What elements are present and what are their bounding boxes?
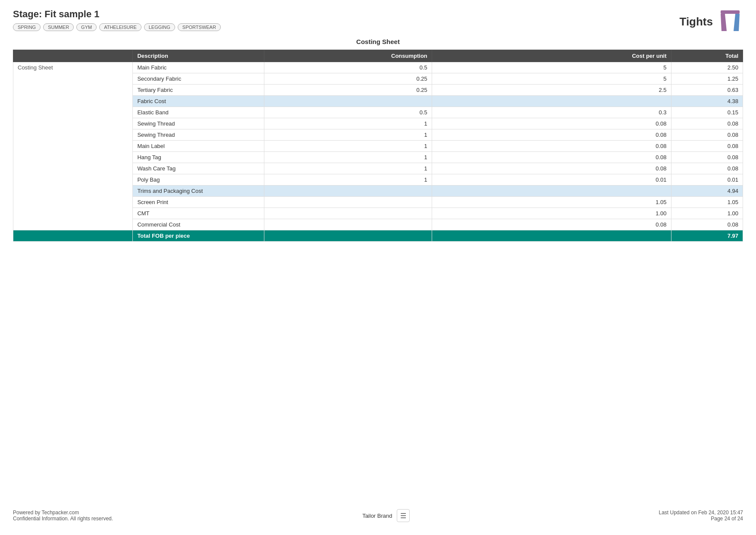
tag-item: SUMMER [43,23,74,31]
cost-per-unit-cell: 0.08 [432,118,671,129]
description-cell: Screen Print [133,197,264,208]
table-row: Total FOB per piece7.97 [13,230,743,242]
product-title: Tights [679,15,713,28]
tags-container: SPRINGSUMMERGYMATHELEISURELEGGINGSPORTSW… [13,23,221,31]
total-cell: 1.05 [671,197,743,208]
total-cell: 0.01 [671,174,743,186]
total-cell: 4.38 [671,96,743,107]
cost-per-unit-cell: 0.08 [432,152,671,163]
footer-right: Last Updated on Feb 24, 2020 15:47 Page … [659,510,743,522]
cost-per-unit-cell: 1.00 [432,208,671,219]
description-cell: Main Fabric [133,62,264,73]
total-cell: 0.08 [671,118,743,129]
footer-center: Tailor Brand ☰ [362,509,409,522]
col-consumption: Consumption [264,50,432,62]
costing-sheet-label: Costing Sheet [13,62,133,230]
consumption-cell [264,197,432,208]
consumption-cell: 0.25 [264,85,432,96]
cost-per-unit-cell: 0.01 [432,174,671,186]
consumption-cell: 1 [264,163,432,174]
cost-per-unit-cell: 0.08 [432,163,671,174]
consumption-cell: 1 [264,118,432,129]
description-cell: Trims and Packaging Cost [133,186,264,197]
consumption-cell: 1 [264,141,432,152]
total-cell: 1.00 [671,208,743,219]
cost-per-unit-cell [432,186,671,197]
description-cell: Elastic Band [133,107,264,118]
cost-per-unit-cell: 0.08 [432,129,671,141]
description-cell: Wash Care Tag [133,163,264,174]
page-header: Stage: Fit sample 1 SPRINGSUMMERGYMATHEL… [13,9,743,35]
total-cell: 2.50 [671,62,743,73]
description-cell: Poly Bag [133,174,264,186]
cost-per-unit-cell: 0.08 [432,141,671,152]
total-cell: 0.08 [671,141,743,152]
col-total: Total [671,50,743,62]
consumption-cell [264,219,432,230]
consumption-cell [264,96,432,107]
consumption-cell: 1 [264,152,432,163]
powered-by-text: Powered by Techpacker.com [13,510,113,516]
total-cell: 0.08 [671,163,743,174]
page-footer: Powered by Techpacker.com Confidential I… [0,509,756,522]
cost-per-unit-cell [432,96,671,107]
consumption-cell: 0.25 [264,73,432,85]
tights-svg-icon [717,9,743,35]
description-cell: Fabric Cost [133,96,264,107]
consumption-cell [264,208,432,219]
cost-per-unit-cell: 5 [432,73,671,85]
tag-item: GYM [76,23,97,31]
consumption-cell [264,230,432,242]
header-right: Tights [679,9,743,35]
product-icon [717,9,743,35]
description-cell: Commercial Cost [133,219,264,230]
col-cost-per-unit: Cost per unit [432,50,671,62]
sheet-title: Costing Sheet [13,38,743,45]
cost-per-unit-cell: 1.05 [432,197,671,208]
cost-per-unit-cell: 0.3 [432,107,671,118]
total-cell: 7.97 [671,230,743,242]
empty-section-cell [13,230,133,242]
brand-name: Tailor Brand [362,513,392,519]
total-cell: 0.15 [671,107,743,118]
total-cell: 0.08 [671,152,743,163]
cost-per-unit-cell: 2.5 [432,85,671,96]
tag-item: SPRING [13,23,41,31]
description-cell: Total FOB per piece [133,230,264,242]
confidential-text: Confidential Information. All rights res… [13,516,113,522]
table-header-row: Description Consumption Cost per unit To… [13,50,743,62]
tag-item: LEGGING [144,23,175,31]
brand-icon: ☰ [397,509,410,522]
stage-title: Stage: Fit sample 1 [13,9,221,20]
total-cell: 0.63 [671,85,743,96]
description-cell: Sewing Thread [133,118,264,129]
cost-per-unit-cell: 5 [432,62,671,73]
footer-left: Powered by Techpacker.com Confidential I… [13,510,113,522]
consumption-cell: 1 [264,174,432,186]
header-left: Stage: Fit sample 1 SPRINGSUMMERGYMATHEL… [13,9,221,31]
page-number-text: Page 24 of 24 [659,516,743,522]
total-cell: 1.25 [671,73,743,85]
description-cell: Sewing Thread [133,129,264,141]
total-cell: 0.08 [671,129,743,141]
total-cell: 4.94 [671,186,743,197]
consumption-cell [264,186,432,197]
cost-per-unit-cell: 0.08 [432,219,671,230]
costing-table: Description Consumption Cost per unit To… [13,50,743,242]
consumption-cell: 0.5 [264,107,432,118]
description-cell: Main Label [133,141,264,152]
description-cell: Secondary Fabric [133,73,264,85]
tag-item: SPORTSWEAR [178,23,221,31]
last-updated-text: Last Updated on Feb 24, 2020 15:47 [659,510,743,516]
cost-per-unit-cell [432,230,671,242]
col-description: Description [133,50,264,62]
total-cell: 0.08 [671,219,743,230]
description-cell: CMT [133,208,264,219]
consumption-cell: 0.5 [264,62,432,73]
col-section [13,50,133,62]
description-cell: Hang Tag [133,152,264,163]
svg-rect-0 [721,10,740,14]
description-cell: Tertiary Fabric [133,85,264,96]
tag-item: ATHELEISURE [99,23,141,31]
consumption-cell: 1 [264,129,432,141]
